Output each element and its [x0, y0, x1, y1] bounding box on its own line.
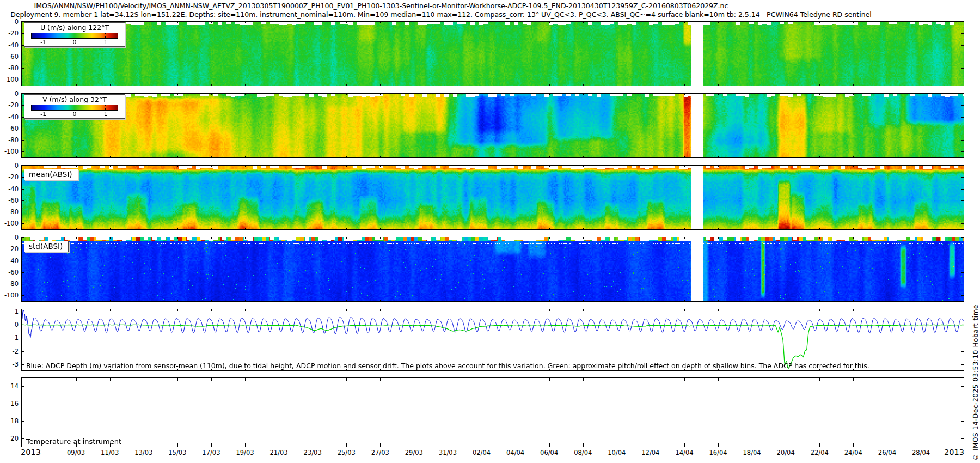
- y-tick-label: -100: [0, 220, 19, 227]
- y-tick-label: 14: [0, 383, 19, 389]
- y-tick-label: -60: [0, 125, 19, 132]
- u-velocity-heatmap: [22, 22, 964, 86]
- x-tick-label: 19/03: [236, 449, 254, 456]
- x-axis-year-left: 2013: [21, 448, 41, 456]
- panel-depth-variation: Blue: ADCP Depth (m) variation from sens…: [21, 309, 964, 371]
- v-velocity-heatmap: [22, 94, 964, 157]
- panel-mean-absi: mean(ABSI): [21, 165, 964, 230]
- panel-u-velocity: U (m/s) along 122°T -101: [21, 21, 964, 86]
- x-tick-label: 27/03: [371, 449, 389, 456]
- x-tick-label: 29/03: [405, 449, 423, 456]
- mean-absi-heatmap: [22, 166, 964, 229]
- v-velocity-legend: V (m/s) along 32°T -101: [24, 94, 125, 119]
- panel-temperature: Temperature at instrument: [21, 377, 964, 447]
- std-absi-label: std(ABSI): [24, 241, 69, 252]
- x-tick-label: 04/04: [506, 449, 524, 456]
- u-velocity-colorbar: [31, 33, 118, 39]
- x-tick-label: 06/04: [540, 449, 558, 456]
- y-tick-label: -40: [0, 114, 19, 120]
- y-tick-label: -80: [0, 281, 19, 287]
- y-tick-label: -2: [0, 348, 19, 355]
- std-absi-heatmap: [22, 237, 964, 301]
- y-tick-label: -60: [0, 269, 19, 276]
- x-tick-label: 20/04: [777, 449, 795, 456]
- x-tick-label: 31/03: [439, 449, 457, 456]
- colorbar-tick-label: 1: [104, 39, 108, 46]
- x-tick-label: 08/04: [574, 449, 592, 456]
- x-tick-label: 17/03: [202, 449, 220, 456]
- figure-title-filename: IMOS/ANMN/NSW/PH100/Velocity/IMOS_ANMN-N…: [0, 2, 762, 10]
- colorbar-tick-label: 0: [73, 39, 77, 46]
- x-tick-label: 11/03: [101, 449, 119, 456]
- u-velocity-legend-title: U (m/s) along 122°T: [24, 23, 125, 33]
- y-tick-label: -40: [0, 258, 19, 264]
- v-velocity-legend-title: V (m/s) along 32°T: [24, 95, 125, 105]
- y-tick-label: 0: [0, 19, 19, 25]
- figure-title-deployment-info: Deployment 9, member 1 lat=34.12S lon=15…: [0, 10, 882, 19]
- y-tick-label: -60: [0, 197, 19, 204]
- y-tick-label: -100: [0, 148, 19, 155]
- x-tick-label: 15/03: [168, 449, 186, 456]
- y-tick-label: 20: [0, 435, 19, 442]
- v-velocity-colorbar-ticks: -101: [24, 111, 125, 118]
- y-tick-label: -20: [0, 246, 19, 252]
- y-tick-label: -60: [0, 53, 19, 60]
- x-tick-label: 12/04: [641, 449, 659, 456]
- y-tick-label: -20: [0, 174, 19, 180]
- x-tick-label: 14/04: [675, 449, 693, 456]
- x-tick-label: 02/04: [473, 449, 491, 456]
- y-tick-label: -1: [0, 334, 19, 341]
- x-tick-label: 23/03: [304, 449, 322, 456]
- adcp-mooring-plots-figure: IMOS/ANMN/NSW/PH100/Velocity/IMOS_ANMN-N…: [0, 0, 980, 463]
- u-velocity-colorbar-ticks: -101: [24, 39, 125, 46]
- x-tick-label: 16/04: [709, 449, 727, 456]
- y-tick-label: -40: [0, 42, 19, 48]
- x-tick-label: 10/04: [608, 449, 626, 456]
- temperature-lineplot: [22, 378, 964, 447]
- y-tick-label: 0: [0, 162, 19, 169]
- y-tick-label: -100: [0, 292, 19, 298]
- panel-std-absi: std(ABSI): [21, 237, 964, 302]
- y-tick-label: -20: [0, 30, 19, 36]
- x-tick-label: 26/04: [878, 449, 896, 456]
- y-tick-label: 0: [0, 234, 19, 241]
- y-tick-label: -100: [0, 76, 19, 83]
- u-velocity-legend: U (m/s) along 122°T -101: [24, 22, 125, 47]
- v-velocity-colorbar: [31, 105, 118, 111]
- depth-variation-note: Blue: ADCP Depth (m) variation from sens…: [26, 362, 869, 370]
- y-tick-label: -3: [0, 361, 19, 368]
- panel-v-velocity: V (m/s) along 32°T -101: [21, 93, 964, 158]
- x-tick-label: 25/03: [338, 449, 356, 456]
- x-tick-label: 24/04: [844, 449, 862, 456]
- x-tick-label: 13/03: [134, 449, 152, 456]
- y-tick-label: -80: [0, 209, 19, 215]
- colorbar-tick-label: 1: [104, 111, 108, 118]
- y-tick-label: -40: [0, 186, 19, 192]
- y-tick-label: -20: [0, 102, 19, 108]
- colorbar-tick-label: -1: [40, 39, 46, 46]
- x-tick-label: 22/04: [811, 449, 829, 456]
- y-tick-label: -80: [0, 137, 19, 143]
- x-tick-label: 28/04: [912, 449, 930, 456]
- x-axis-year-right: 2013: [944, 448, 964, 456]
- x-tick-label: 09/03: [67, 449, 85, 456]
- y-tick-label: 1: [0, 308, 19, 315]
- y-tick-label: 18: [0, 418, 19, 424]
- temperature-label: Temperature at instrument: [26, 437, 121, 446]
- mean-absi-label: mean(ABSI): [24, 169, 78, 180]
- colorbar-tick-label: 0: [73, 111, 77, 118]
- imos-copyright-watermark: © IMOS 14-Dec-2025 03:53:10 Hobart time: [972, 304, 979, 461]
- y-tick-label: 0: [0, 90, 19, 97]
- y-tick-label: 0: [0, 321, 19, 328]
- colorbar-tick-label: -1: [40, 111, 46, 118]
- x-tick-label: 18/04: [743, 449, 761, 456]
- x-tick-label: 21/03: [270, 449, 287, 456]
- y-tick-label: -80: [0, 65, 19, 71]
- y-tick-label: 16: [0, 400, 19, 407]
